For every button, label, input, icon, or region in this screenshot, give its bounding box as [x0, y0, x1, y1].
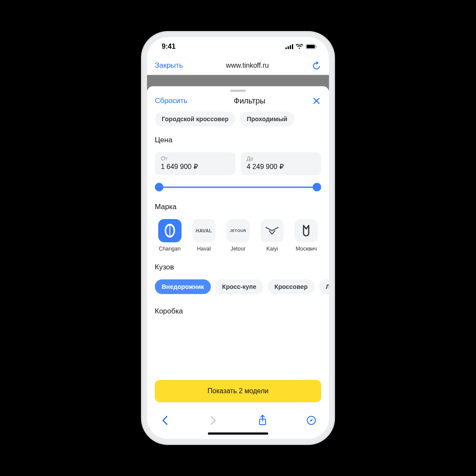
brand-item-jetour[interactable]: JETOUR Jetour	[223, 219, 253, 252]
price-to-input[interactable]: До 4 249 900 ₽	[241, 152, 321, 175]
price-slider[interactable]	[156, 183, 320, 191]
brand-logo-haval: HAVAL	[192, 219, 216, 242]
slider-handle-min[interactable]	[155, 183, 163, 191]
body-chip-row: Внедорожник Кросс-купе Кроссовер Л	[155, 279, 329, 294]
brand-name: Changan	[159, 246, 181, 252]
sheet-header: Сбросить Фильтры	[147, 94, 329, 112]
status-bar: 9:41	[147, 37, 329, 56]
svg-rect-3	[292, 44, 293, 50]
slider-track	[159, 187, 317, 188]
browser-close-button[interactable]: Закрыть	[155, 61, 183, 70]
svg-rect-2	[290, 45, 291, 49]
price-inputs: От 1 649 900 ₽ До 4 249 900 ₽	[155, 152, 321, 175]
battery-icon	[306, 44, 317, 49]
brand-logo-changan	[158, 219, 182, 242]
brand-item-moskvich[interactable]: Москвич	[291, 219, 321, 252]
section-label-brand: Марка	[155, 203, 321, 211]
body-chip[interactable]: Кросс-купе	[215, 279, 263, 294]
reload-icon[interactable]	[312, 61, 321, 70]
section-label-price: Цена	[155, 136, 321, 144]
reset-button[interactable]: Сбросить	[155, 97, 188, 105]
preset-chip-row: Городской кроссовер Проходимый	[155, 112, 321, 126]
price-from-input[interactable]: От 1 649 900 ₽	[155, 152, 235, 175]
svg-rect-1	[288, 47, 289, 50]
browser-header: Закрыть www.tinkoff.ru	[147, 56, 329, 75]
svg-rect-0	[285, 47, 287, 49]
forward-icon	[208, 415, 219, 426]
filter-sheet: Сбросить Фильтры Городской кроссовер Про…	[147, 86, 329, 439]
price-to-value: 4 249 900 ₽	[247, 163, 315, 171]
svg-rect-5	[307, 45, 315, 48]
compass-icon[interactable]	[306, 415, 317, 426]
browser-url: www.tinkoff.ru	[226, 62, 269, 69]
price-from-label: От	[161, 156, 229, 162]
preset-chip[interactable]: Городской кроссовер	[155, 112, 235, 126]
screen: 9:41 Закрыть www.tinkoff.ru	[147, 37, 329, 439]
sheet-title: Фильтры	[234, 97, 265, 106]
price-to-label: До	[247, 156, 315, 162]
brand-name: Jetour	[231, 246, 246, 252]
show-results-button[interactable]: Показать 2 модели	[155, 380, 321, 402]
section-label-gearbox: Коробка	[155, 307, 321, 316]
section-label-body: Кузов	[155, 263, 321, 272]
brand-logo-jetour: JETOUR	[226, 219, 250, 242]
body-chip[interactable]: Внедорожник	[155, 279, 211, 294]
sheet-grabber[interactable]	[230, 90, 246, 92]
back-icon[interactable]	[159, 415, 170, 426]
brand-item-haval[interactable]: HAVAL Haval	[189, 219, 219, 252]
brand-logo-kaiyi	[260, 219, 284, 242]
body-chip[interactable]: Л	[319, 279, 329, 294]
slider-handle-max[interactable]	[313, 183, 321, 191]
preset-chip[interactable]: Проходимый	[240, 112, 294, 126]
brand-row: Changan HAVAL Haval JETOUR Jetour	[155, 219, 321, 252]
cellular-icon	[285, 44, 293, 49]
brand-name: Москвич	[296, 246, 317, 252]
body-chip[interactable]: Кроссовер	[268, 279, 315, 294]
home-indicator[interactable]	[208, 432, 268, 435]
wifi-icon	[296, 44, 303, 49]
brand-item-changan[interactable]: Changan	[155, 219, 185, 252]
status-time: 9:41	[162, 43, 175, 50]
share-icon[interactable]	[257, 415, 268, 426]
device-frame: 9:41 Закрыть www.tinkoff.ru	[141, 31, 335, 445]
brand-logo-moskvich	[294, 219, 318, 242]
brand-item-kaiyi[interactable]: Kaiyi	[257, 219, 287, 252]
svg-rect-6	[316, 46, 317, 47]
brand-name: Haval	[197, 246, 211, 252]
brand-name: Kaiyi	[266, 246, 278, 252]
close-icon[interactable]	[312, 96, 321, 106]
price-from-value: 1 649 900 ₽	[161, 163, 229, 171]
browser-toolbar	[147, 410, 329, 431]
